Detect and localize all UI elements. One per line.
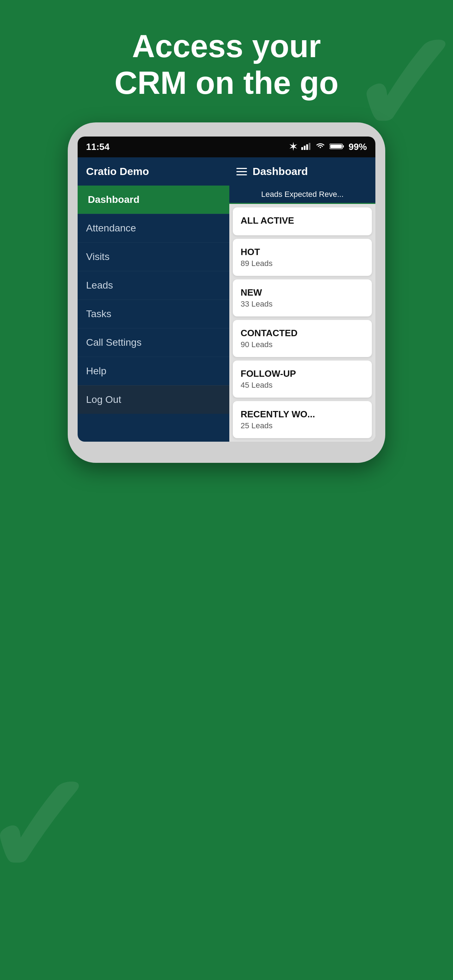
status-time: 11:54 [86, 142, 110, 153]
hamburger-menu-icon[interactable] [236, 168, 247, 175]
card-contacted[interactable]: CONTACTED 90 Leads [233, 320, 372, 357]
sidebar-item-call-settings[interactable]: Call Settings [78, 328, 229, 356]
app-name: Cratio Demo [86, 165, 149, 177]
card-new-title: NEW [241, 287, 364, 298]
card-all-active-title: ALL ACTIVE [241, 215, 364, 226]
cards-list: ALL ACTIVE HOT 89 Leads NEW 33 Leads C [229, 204, 375, 442]
phone-screen: 11:54 ✶ [78, 137, 375, 442]
card-contacted-title: CONTACTED [241, 328, 364, 339]
card-hot-subtitle: 89 Leads [241, 259, 273, 268]
card-hot[interactable]: HOT 89 Leads [233, 239, 372, 276]
screen-title-container: Dashboard [229, 158, 375, 186]
card-contacted-subtitle: 90 Leads [241, 340, 273, 349]
sidebar-item-logout[interactable]: Log Out [78, 385, 229, 414]
svg-rect-5 [343, 145, 343, 148]
svg-rect-3 [309, 143, 310, 150]
wifi-icon [315, 142, 325, 153]
header-line1: Access your CRM on the go [114, 28, 339, 101]
card-recently-worked-title: RECENTLY WO... [241, 409, 364, 420]
sidebar-item-dashboard[interactable]: Dashboard [78, 186, 229, 214]
app-name-container: Cratio Demo [78, 158, 229, 186]
tab-leads[interactable]: Leads Expected Reve... [229, 186, 375, 204]
svg-rect-2 [306, 144, 308, 150]
sidebar-item-tasks[interactable]: Tasks [78, 299, 229, 328]
sidebar-item-leads[interactable]: Leads [78, 271, 229, 299]
svg-rect-6 [330, 145, 342, 148]
sidebar-item-help[interactable]: Help [78, 356, 229, 385]
card-recently-worked[interactable]: RECENTLY WO... 25 Leads [233, 401, 372, 438]
sidebar: Dashboard Attendance Visits Leads Tasks … [78, 186, 229, 442]
svg-rect-1 [304, 146, 305, 150]
phone-frame: 11:54 ✶ [68, 123, 385, 463]
card-follow-up-title: FOLLOW-UP [241, 368, 364, 379]
sidebar-item-visits[interactable]: Visits [78, 242, 229, 271]
signal-icon [301, 142, 311, 153]
card-recently-worked-subtitle: 25 Leads [241, 421, 273, 430]
battery-icon [329, 142, 344, 153]
page-header: Access your CRM on the go [114, 28, 339, 101]
dashboard-tabs: Leads Expected Reve... [229, 186, 375, 204]
card-new-subtitle: 33 Leads [241, 299, 273, 308]
bluetooth-icon: ✶ [289, 142, 297, 153]
card-hot-title: HOT [241, 247, 364, 258]
dashboard-panel: Leads Expected Reve... ALL ACTIVE HOT 89… [229, 186, 375, 442]
app-header: Cratio Demo Dashboard [78, 158, 375, 186]
status-bar: 11:54 ✶ [78, 137, 375, 158]
card-all-active[interactable]: ALL ACTIVE [233, 207, 372, 235]
card-follow-up[interactable]: FOLLOW-UP 45 Leads [233, 361, 372, 398]
status-right: ✶ [289, 142, 367, 153]
battery-percent: 99% [348, 142, 367, 153]
card-new[interactable]: NEW 33 Leads [233, 279, 372, 317]
sidebar-item-attendance[interactable]: Attendance [78, 214, 229, 242]
screen-title: Dashboard [253, 165, 308, 177]
main-content: Dashboard Attendance Visits Leads Tasks … [78, 186, 375, 442]
card-follow-up-subtitle: 45 Leads [241, 381, 273, 390]
svg-rect-0 [301, 147, 303, 150]
